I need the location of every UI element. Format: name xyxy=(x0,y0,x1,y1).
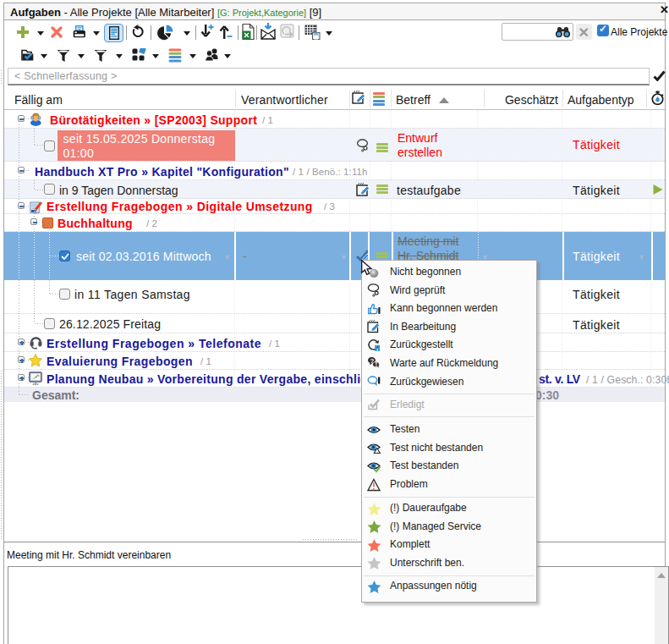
svg-text:!: ! xyxy=(376,361,378,369)
